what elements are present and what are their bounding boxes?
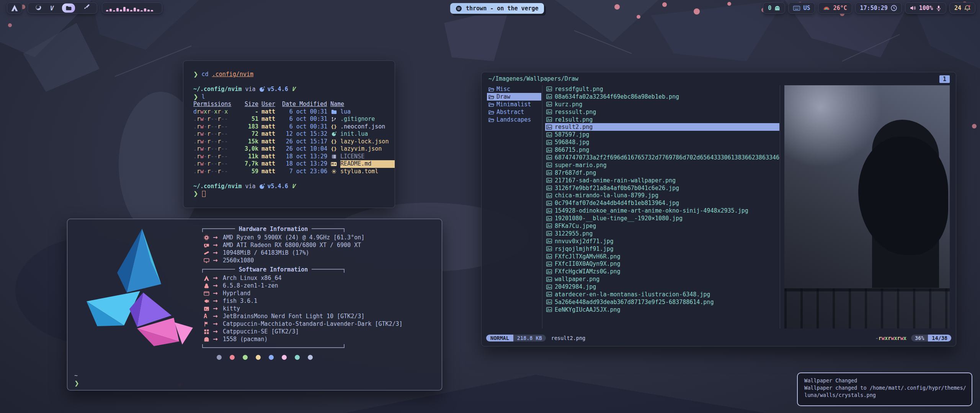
sidebar-folder-item[interactable]: Minimalist — [487, 101, 541, 108]
pacman-ghost-icon — [204, 337, 209, 342]
software-section-header: Software Information — [202, 267, 345, 274]
mode-badge: NORMAL — [486, 335, 513, 341]
file-name: wallpaper.png — [555, 276, 599, 283]
file-item[interactable]: FXfcJlTXgAMvH6R.png — [545, 253, 779, 260]
icons-row: Catppuccin-SE [GTK2/3] — [204, 328, 436, 335]
file-item[interactable]: 3122955.png — [545, 230, 779, 237]
terminal-window[interactable]: ❯cd.config/nvim ~/.config/nvimviav5.4.6V… — [183, 60, 395, 208]
app-launcher-button[interactable] — [7, 2, 22, 14]
file-item[interactable]: 8FKa7Cu.jpeg — [545, 222, 779, 230]
terminal-color-palette — [217, 355, 436, 360]
section-footer — [202, 344, 345, 348]
weather-module[interactable]: 26°C — [818, 2, 852, 14]
spotify-icon — [456, 5, 462, 12]
palette-dot — [308, 355, 313, 360]
image-file-icon — [546, 208, 552, 213]
packages-row: 1558 (pacman) — [204, 335, 436, 343]
firefox-icon[interactable] — [35, 4, 42, 12]
file-item[interactable]: wallpaper.png — [545, 275, 779, 283]
sidebar-folder-item[interactable]: Landscapes — [487, 116, 541, 124]
file-item[interactable]: 587597.jpg — [545, 131, 779, 138]
app-dock: V — [28, 2, 97, 14]
file-name: 87r687df.png — [555, 169, 596, 176]
json-icon: {} — [330, 145, 337, 153]
file-item[interactable]: 3126f7e9bbf21a8a4af0b67b041c6e26.jpg — [545, 184, 779, 192]
folder-name: Draw — [497, 93, 510, 100]
file-item[interactable]: 5a266e448add93deab367d87173e9f25-6837886… — [545, 298, 779, 306]
audio-visualizer[interactable] — [102, 2, 162, 14]
file-name: nnvuv0xj2df71.jpg — [555, 238, 614, 245]
file-item[interactable]: 08a634fa02a32364f69ebc86a98eb1eb.png — [545, 93, 779, 101]
now-playing-pill[interactable]: thrown - on the verge — [450, 3, 544, 14]
image-file-icon — [546, 102, 552, 107]
file-name: result2.png — [555, 124, 593, 130]
arrow-icon — [213, 305, 223, 312]
image-file-icon — [546, 178, 552, 183]
notification-popup[interactable]: Wallpaper Changed Wallpaper changed to /… — [797, 372, 972, 406]
palette-dot — [243, 355, 248, 360]
notifications-module[interactable]: 24 — [949, 2, 975, 14]
display-icon — [204, 258, 209, 263]
prompt-symbol: ❯ — [74, 379, 79, 387]
file-item[interactable]: 596848.jpg — [545, 138, 779, 146]
file-name: 866715.png — [555, 146, 589, 153]
memory-icon — [204, 250, 209, 256]
file-name: 68747470733a2f2f696d616765732d7769786d70… — [555, 154, 779, 161]
visualizer-bar — [134, 8, 136, 11]
file-item[interactable]: 0c794faf07de24a4db4d4fb1eb813964.jpg — [545, 199, 779, 207]
file-item[interactable]: ressdfgult.png — [545, 85, 779, 93]
file-name: 587597.jpg — [555, 131, 589, 138]
keyboard-layout: US — [803, 5, 810, 11]
pane-divider — [780, 85, 780, 328]
temperature: 26°C — [833, 5, 847, 11]
sidebar-folder-item[interactable]: Abstract — [487, 108, 541, 116]
tab-badge[interactable]: 1 — [939, 75, 950, 83]
file-item[interactable]: EeNKYgIUcAAJ5JX.png — [545, 306, 779, 314]
file-item[interactable]: 154928-odinokoe_anime-art-anime-okno-sin… — [545, 207, 779, 215]
file-manager-window[interactable]: ~/Imagenes/Wallpapers/Draw 1 Misc Draw — [481, 72, 956, 346]
file-item[interactable]: chica-mirando-la-luna-8799.jpg — [545, 192, 779, 199]
file-item[interactable]: resssult.png — [545, 108, 779, 116]
lua-version: v5.4.6 — [268, 86, 288, 93]
file-item[interactable]: kurz.png — [545, 101, 779, 108]
breadcrumb-path: ~/Imagenes/Wallpapers/Draw — [488, 75, 578, 82]
image-file-icon — [546, 185, 552, 190]
file-item[interactable]: 866715.png — [545, 146, 779, 154]
sidebar-folder-item[interactable]: Misc — [487, 85, 541, 93]
arrow-icon — [213, 249, 223, 256]
visualizer-bar — [109, 9, 112, 11]
file-item[interactable]: re1sult.png — [545, 116, 779, 124]
vim-icon[interactable]: V — [50, 5, 54, 12]
color-picker-icon[interactable] — [83, 4, 90, 12]
file-item[interactable]: FXfcHgcWIAMzs0G.png — [545, 268, 779, 275]
system-info-window[interactable]: Hardware Information AMD Ryzen 9 5900X (… — [67, 219, 442, 390]
file-item[interactable]: rsjqojlmjhf91.jpg — [545, 245, 779, 253]
image-file-icon — [546, 170, 552, 175]
visualizer-bar — [130, 10, 132, 11]
file-item[interactable]: 87r687df.png — [545, 169, 779, 177]
file-item[interactable]: atardecer-en-la-montanas-ilustracion-634… — [545, 291, 779, 298]
file-item[interactable]: nnvuv0xj2df71.jpg — [545, 237, 779, 245]
file-item[interactable]: 217167-sad-anime-rain-wallpaper.png — [545, 177, 779, 184]
arrow-icon — [213, 298, 223, 304]
image-file-icon — [546, 132, 552, 137]
volume-module[interactable]: 100% — [905, 2, 946, 14]
file-item[interactable]: result2.png — [545, 123, 779, 131]
file-name: kurz.png — [555, 101, 582, 108]
file-item[interactable]: super-mario.png — [545, 161, 779, 169]
font-row: A JetBrainsMono Nerd Font Light 10 [GTK2… — [204, 312, 436, 320]
image-file-icon — [546, 285, 552, 289]
listing-header: Permissions Size User Date Modified Name — [193, 101, 395, 108]
image-file-icon — [546, 299, 552, 304]
updates-module[interactable]: 0 — [763, 2, 785, 14]
file-item[interactable]: 19201080-__blue-tinge__-1920×1080.jpg — [545, 215, 779, 222]
file-item[interactable]: FXfcII0X0AQyn9X.png — [545, 260, 779, 268]
file-item[interactable]: 68747470733a2f2f696d616765732d7769786d70… — [545, 154, 779, 161]
file-row: .rw-r--r-- 51 matt 6 oct 00:31 .gitignor… — [193, 115, 395, 123]
keyboard-layout-module[interactable]: US — [788, 2, 815, 14]
display-row: 980x413 — [204, 257, 436, 264]
file-item[interactable]: 20492984.jpg — [545, 283, 779, 291]
clock-module[interactable]: 17:50:29 — [855, 2, 902, 14]
sidebar-folder-item[interactable]: Draw — [487, 93, 541, 101]
files-button-active[interactable] — [62, 3, 75, 13]
